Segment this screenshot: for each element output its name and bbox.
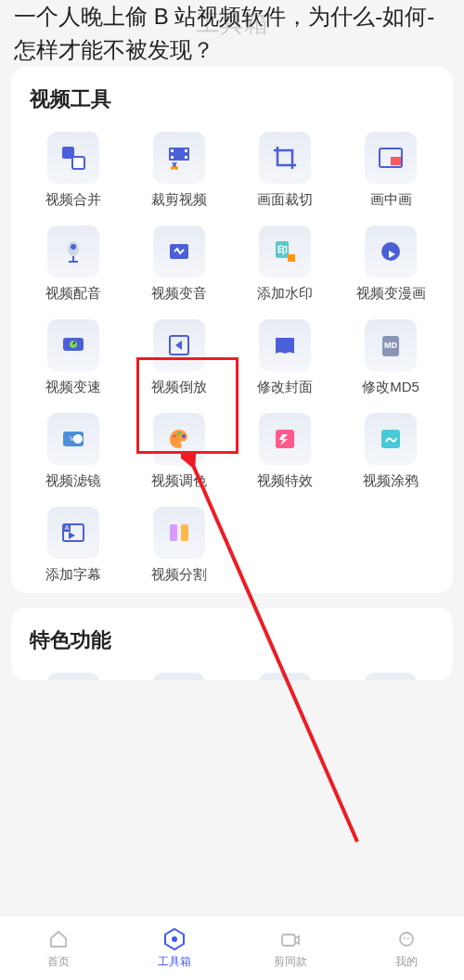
tool-label: 视频滤镜 [45, 472, 101, 490]
nav-label: 剪同款 [274, 954, 307, 970]
nav-home[interactable]: 首页 [0, 926, 116, 970]
section-title: 视频工具 [24, 85, 440, 113]
svg-point-52 [407, 937, 409, 939]
tool-label: 添加字幕 [45, 566, 101, 584]
comic-icon [365, 226, 417, 277]
tool-comic[interactable]: 视频变漫画 [342, 226, 440, 303]
dub-icon [47, 226, 99, 277]
nav-toolbox[interactable]: 工具箱 [116, 926, 232, 970]
toolbox-icon [161, 926, 187, 952]
audio-icon [47, 673, 99, 680]
tool-label: 视频配音 [45, 285, 101, 303]
svg-rect-35 [181, 524, 188, 541]
tool-subtitle[interactable]: A 添加字幕 [24, 507, 122, 584]
tool-label: 视频变漫画 [356, 285, 426, 303]
tool-reverse[interactable]: 视频倒放 [130, 319, 228, 396]
special-features-section: 特色功能 提取音频 GIF GIF制作 e 网页长截图 [11, 608, 453, 680]
svg-rect-50 [400, 933, 413, 946]
profile-icon [393, 926, 419, 952]
svg-point-48 [172, 936, 177, 942]
nav-label: 首页 [47, 954, 70, 970]
gif-icon: GIF [153, 673, 205, 680]
tool-split[interactable]: 视频分割 [130, 507, 228, 584]
svg-rect-1 [72, 157, 84, 169]
draw-icon [365, 413, 417, 465]
tool-label: 视频合并 [45, 191, 101, 209]
pip-icon [365, 132, 417, 184]
svg-rect-10 [391, 157, 401, 165]
svg-text:A: A [65, 524, 70, 531]
tool-color[interactable]: 视频调色 [130, 413, 228, 490]
watermark-icon: 印 [259, 226, 311, 277]
tool-label: 视频调色 [151, 472, 207, 490]
nav-label: 我的 [395, 954, 418, 970]
tool-watermark[interactable]: 印 添加水印 [236, 226, 334, 303]
md5-icon: MD [365, 319, 417, 371]
camera-icon [277, 926, 303, 952]
crop-icon [259, 132, 311, 184]
tool-label: 视频涂鸦 [363, 472, 419, 490]
filter-icon: VR [47, 413, 99, 465]
svg-point-8 [174, 166, 178, 170]
tool-gif[interactable]: GIF GIF制作 [130, 673, 228, 680]
main-content: 视频工具 视频合并 裁剪视频 画面裁切 [0, 56, 464, 915]
svg-rect-3 [171, 149, 174, 152]
svg-rect-34 [170, 524, 177, 541]
svg-text:VR: VR [70, 434, 80, 443]
tool-video-merge[interactable]: 视频合并 [24, 132, 122, 209]
tool-filter[interactable]: VR 视频滤镜 [24, 413, 122, 490]
svg-point-12 [71, 244, 76, 250]
tool-draw[interactable]: 视频涂鸦 [342, 413, 440, 490]
tool-crop[interactable]: 画面裁切 [236, 132, 334, 209]
cover-icon [259, 319, 311, 371]
tool-label: 画面裁切 [257, 191, 313, 209]
tool-voice-change[interactable]: 视频变音 [130, 226, 228, 303]
svg-text:MD: MD [384, 341, 397, 350]
speed-icon [47, 319, 99, 371]
tool-cover[interactable]: 修改封面 [236, 319, 334, 396]
svg-rect-4 [171, 156, 174, 159]
video-tools-section: 视频工具 视频合并 裁剪视频 画面裁切 [11, 67, 453, 593]
page-header-title: 工具箱 [196, 7, 268, 40]
tool-label: 视频特效 [257, 472, 313, 490]
reverse-icon [153, 319, 205, 371]
trim-icon [153, 132, 205, 184]
webshot-icon: e [259, 673, 311, 680]
tool-label: 视频变音 [151, 285, 207, 303]
special-features-grid: 提取音频 GIF GIF制作 e 网页长截图 二维码制作 [24, 673, 440, 680]
svg-point-27 [177, 432, 181, 435]
tool-video-trim[interactable]: 裁剪视频 [130, 132, 228, 209]
tool-label: 添加水印 [257, 285, 313, 303]
tool-extract-audio[interactable]: 提取音频 [24, 673, 122, 680]
svg-rect-17 [381, 242, 400, 261]
qr-icon [365, 673, 417, 680]
tool-dub[interactable]: 视频配音 [24, 226, 122, 303]
nav-camera[interactable]: 剪同款 [232, 926, 348, 970]
tool-webshot[interactable]: e 网页长截图 [236, 673, 334, 680]
tool-label: 视频分割 [151, 566, 207, 584]
color-icon [153, 413, 205, 465]
tool-pip[interactable]: 画中画 [342, 132, 440, 209]
tool-label: 画中画 [370, 191, 412, 209]
tool-fx[interactable]: 视频特效 [236, 413, 334, 490]
tool-md5[interactable]: MD 修改MD5 [342, 319, 440, 396]
tool-label: 修改MD5 [362, 379, 419, 396]
svg-point-28 [182, 434, 186, 438]
nav-profile[interactable]: 我的 [348, 926, 464, 970]
svg-rect-5 [185, 149, 187, 152]
svg-rect-6 [185, 156, 187, 159]
tool-label: 裁剪视频 [151, 191, 207, 209]
svg-text:印: 印 [277, 244, 288, 255]
svg-rect-16 [288, 254, 295, 262]
tool-qr[interactable]: 二维码制作 [342, 673, 440, 680]
split-icon [153, 507, 205, 559]
subtitle-icon: A [47, 507, 99, 559]
section-title: 特色功能 [24, 626, 440, 654]
voice-icon [153, 226, 205, 277]
svg-point-51 [404, 937, 406, 939]
svg-point-26 [173, 434, 176, 438]
bottom-nav: 首页 工具箱 剪同款 我的 [0, 915, 464, 980]
home-icon [45, 926, 71, 952]
merge-icon [47, 132, 99, 184]
tool-speed[interactable]: 视频变速 [24, 319, 122, 396]
